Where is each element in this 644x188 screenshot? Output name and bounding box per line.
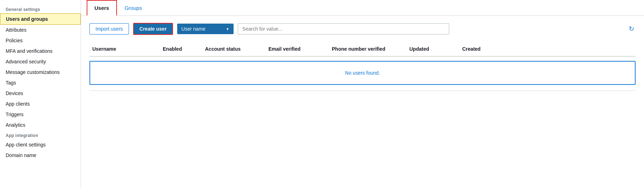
col-phone-verified: Phone number verified bbox=[329, 45, 407, 53]
chevron-down-icon: ▼ bbox=[226, 27, 229, 31]
empty-state: No users found. bbox=[89, 61, 636, 85]
sidebar-item-message-customizations[interactable]: Message customizations bbox=[0, 67, 81, 77]
filter-dropdown[interactable]: User name ▼ bbox=[177, 24, 234, 34]
general-settings-label: General settings bbox=[0, 4, 81, 13]
sidebar-item-tags[interactable]: Tags bbox=[0, 77, 81, 88]
import-users-button[interactable]: Import users bbox=[89, 23, 129, 35]
table-header: Username Enabled Account status Email ve… bbox=[89, 42, 636, 57]
app-integration-label: App integration bbox=[0, 130, 81, 139]
col-created: Created bbox=[459, 45, 512, 53]
tabs-bar: Users Groups bbox=[81, 0, 644, 16]
table-divider bbox=[89, 90, 636, 91]
create-user-button[interactable]: Create user bbox=[133, 23, 173, 35]
col-email-verified: Email verified bbox=[266, 45, 329, 53]
sidebar-item-advanced-security[interactable]: Advanced security bbox=[0, 56, 81, 67]
filter-label: User name bbox=[181, 26, 205, 32]
col-username: Username bbox=[89, 45, 160, 53]
tab-users[interactable]: Users bbox=[87, 0, 117, 16]
sidebar-item-triggers[interactable]: Triggers bbox=[0, 109, 81, 120]
col-enabled: Enabled bbox=[160, 45, 202, 53]
sidebar-item-users-and-groups[interactable]: Users and groups bbox=[0, 13, 81, 25]
sidebar-item-analytics[interactable]: Analytics bbox=[0, 120, 81, 130]
refresh-button[interactable]: ↻ bbox=[627, 24, 636, 34]
sidebar-item-mfa-verifications[interactable]: MFA and verifications bbox=[0, 46, 81, 56]
col-updated: Updated bbox=[407, 45, 459, 53]
toolbar: Import users Create user User name ▼ ↻ bbox=[89, 23, 636, 35]
sidebar-item-app-client-settings[interactable]: App client settings bbox=[0, 139, 81, 150]
sidebar-item-attributes[interactable]: Attributes bbox=[0, 25, 81, 35]
content-area: Import users Create user User name ▼ ↻ U… bbox=[81, 16, 644, 188]
sidebar-item-policies[interactable]: Policies bbox=[0, 35, 81, 46]
sidebar: General settings Users and groups Attrib… bbox=[0, 0, 81, 188]
empty-message: No users found. bbox=[345, 70, 380, 76]
sidebar-item-app-clients[interactable]: App clients bbox=[0, 99, 81, 109]
search-input[interactable] bbox=[238, 23, 449, 35]
main-content: Users Groups Import users Create user Us… bbox=[81, 0, 644, 188]
tab-groups[interactable]: Groups bbox=[117, 0, 150, 16]
col-account-status: Account status bbox=[202, 45, 266, 53]
sidebar-item-devices[interactable]: Devices bbox=[0, 88, 81, 99]
sidebar-item-domain-name[interactable]: Domain name bbox=[0, 150, 81, 161]
